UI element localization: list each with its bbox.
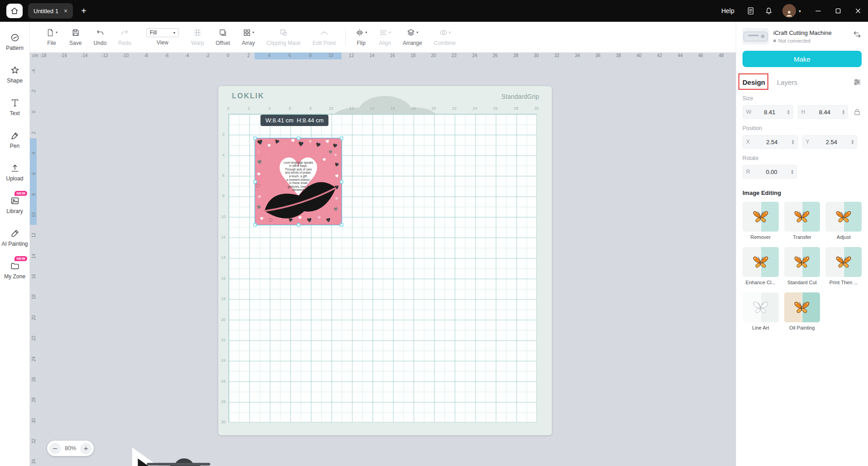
selection-handle[interactable] xyxy=(254,180,257,183)
position-y-stepper[interactable]: ▲▼ xyxy=(851,139,854,145)
height-field[interactable]: H 8.44 ▲▼ xyxy=(798,105,849,119)
butterfly-thumbnail xyxy=(825,202,862,232)
toolbar-right-group: WarpOffset▾ArrayClipping MaskEdit Point▾… xyxy=(185,28,462,46)
fill-dropdown-label: Fill xyxy=(150,29,157,36)
selection-handle[interactable] xyxy=(340,180,343,183)
h-ruler-number: 10 xyxy=(328,53,333,58)
toolbar-offset-button[interactable]: Offset xyxy=(210,28,236,46)
rotate-stepper[interactable]: ▲▼ xyxy=(791,169,793,175)
mat-v-ruler-number: 10 xyxy=(221,214,226,219)
aspect-lock-icon[interactable] xyxy=(853,107,862,116)
selection-handle[interactable] xyxy=(340,137,343,140)
image-editing-tool-label: Adjust xyxy=(825,234,862,240)
butterfly-thumbnail xyxy=(743,202,779,232)
stepper-down-icon[interactable]: ▼ xyxy=(792,142,794,145)
person-icon xyxy=(785,9,794,18)
toolbar-array-button[interactable]: ▾Array xyxy=(236,28,261,46)
stepper-down-icon[interactable]: ▼ xyxy=(842,112,844,115)
orders-icon[interactable] xyxy=(746,6,755,15)
toolbar-save-button[interactable]: Save xyxy=(63,28,87,46)
make-button[interactable]: Make xyxy=(743,51,862,67)
image-editing-tool-standard-cut[interactable]: Standard Cut xyxy=(784,247,820,285)
sidebar-item-shape[interactable]: Shape xyxy=(0,58,29,91)
h-ruler-number: -4 xyxy=(185,53,189,58)
h-ruler-number: -2 xyxy=(206,53,210,58)
position-x-field[interactable]: X 2.54 ▲▼ xyxy=(743,135,798,149)
minimize-button[interactable] xyxy=(808,0,828,22)
position-y-field[interactable]: Y 2.54 ▲▼ xyxy=(802,135,858,149)
v-ruler-number: 8 xyxy=(31,193,36,196)
sidebar-item-library[interactable]: NEWLibrary xyxy=(0,189,29,221)
image-editing-tool-print-then[interactable]: Print Then ... xyxy=(825,247,862,285)
h-ruler-number: 38 xyxy=(616,53,621,58)
user-avatar[interactable] xyxy=(782,4,796,18)
toolbar-label: Array xyxy=(242,40,255,46)
tab-close-icon[interactable]: × xyxy=(64,8,68,14)
mat-h-ruler-number: 10 xyxy=(329,106,333,111)
zoom-control: − 80% + xyxy=(47,441,94,456)
height-value: 8.44 xyxy=(809,109,841,116)
document-tab[interactable]: Untitled 1 × xyxy=(28,3,73,19)
toolbar-flip-button[interactable]: ▾Flip xyxy=(349,28,373,46)
canvas-area[interactable]: cm -18-16-14-12-10-8-6-4-202468101214161… xyxy=(30,53,736,466)
image-editing-tool-transfer[interactable]: Transfer xyxy=(784,202,820,240)
toolbar-file-button[interactable]: ▾File xyxy=(40,28,63,46)
text-icon xyxy=(10,98,20,108)
v-ruler-number: 32 xyxy=(31,438,36,443)
sidebar-item-text[interactable]: Text xyxy=(0,91,29,123)
home-button[interactable] xyxy=(6,4,23,18)
layer-filter-icon[interactable] xyxy=(853,78,862,87)
toolbar: ▾FileSaveUndoRedo Fill ▾ View WarpOffset… xyxy=(30,22,736,53)
maximize-button[interactable] xyxy=(828,0,848,22)
stepper-down-icon[interactable]: ▼ xyxy=(851,142,854,145)
h-ruler-number: 16 xyxy=(390,53,395,58)
tab-design[interactable]: Design xyxy=(743,78,765,86)
image-editing-tool-oil-painting[interactable]: Oil Painting xyxy=(784,292,820,330)
fill-dropdown[interactable]: Fill ▾ xyxy=(146,28,179,37)
zoom-out-button[interactable]: − xyxy=(49,443,61,454)
stepper-down-icon[interactable]: ▼ xyxy=(787,112,790,115)
horizontal-scrollbar-thumb[interactable] xyxy=(147,463,210,466)
switch-machine-icon[interactable] xyxy=(853,30,862,39)
position-x-stepper[interactable]: ▲▼ xyxy=(792,139,794,145)
selection-handle[interactable] xyxy=(297,137,300,140)
sidebar-item-my-zone[interactable]: NEWMy Zone xyxy=(0,254,29,286)
machine-selector[interactable]: iCraft Cutting Machine Not connected xyxy=(743,28,862,44)
view-button[interactable]: View xyxy=(157,39,169,46)
artwork-image[interactable]: ♥ Love language speaksin silent ways.Thr… xyxy=(255,138,342,225)
document-tab-title: Untitled 1 xyxy=(34,8,58,15)
v-ruler-number: 24 xyxy=(31,356,36,361)
zoom-in-button[interactable]: + xyxy=(80,443,92,454)
pan-hand-icon[interactable] xyxy=(133,439,269,466)
width-field[interactable]: W 8.41 ▲▼ xyxy=(743,105,793,119)
stepper-down-icon[interactable]: ▼ xyxy=(791,172,793,175)
width-stepper[interactable]: ▲▼ xyxy=(787,109,790,115)
sidebar-item-upload[interactable]: Upload xyxy=(0,156,29,189)
tab-layers[interactable]: Layers xyxy=(777,78,797,86)
h-ruler-number: 24 xyxy=(472,53,477,58)
selection-handle[interactable] xyxy=(297,223,300,227)
image-editing-tool-line-art[interactable]: Line Art xyxy=(743,292,779,330)
sidebar-item-label: Pattern xyxy=(6,45,24,51)
sidebar-item-ai-painting[interactable]: AI Painting xyxy=(0,221,29,254)
close-window-button[interactable] xyxy=(848,0,868,22)
selection-handle[interactable] xyxy=(254,223,257,227)
toolbar-undo-button[interactable]: Undo xyxy=(87,28,112,46)
cutting-machine-icon xyxy=(743,28,769,44)
image-editing-tool-remover[interactable]: Remover xyxy=(743,202,779,240)
new-tab-button[interactable]: + xyxy=(81,6,87,15)
notifications-bell-icon[interactable] xyxy=(764,6,773,15)
image-editing-tool-enhance-cl[interactable]: Enhance Cl... xyxy=(743,247,779,285)
selection-handle[interactable] xyxy=(340,223,343,227)
array-icon: ▾ xyxy=(242,28,254,37)
toolbar-arrange-button[interactable]: ▾Arrange xyxy=(397,28,428,46)
sidebar-item-pattern[interactable]: Pattern xyxy=(0,25,29,58)
height-stepper[interactable]: ▲▼ xyxy=(842,109,844,115)
avatar-chevron-down-icon[interactable]: ▾ xyxy=(799,9,801,14)
selection-handle[interactable] xyxy=(254,137,257,140)
sidebar-item-pen[interactable]: Pen xyxy=(0,123,29,156)
caret-down-icon: ▾ xyxy=(252,30,254,34)
rotate-field[interactable]: R 0.00 ▲▼ xyxy=(743,165,797,179)
image-editing-tool-adjust[interactable]: Adjust xyxy=(825,202,862,240)
help-link[interactable]: Help xyxy=(721,7,734,15)
